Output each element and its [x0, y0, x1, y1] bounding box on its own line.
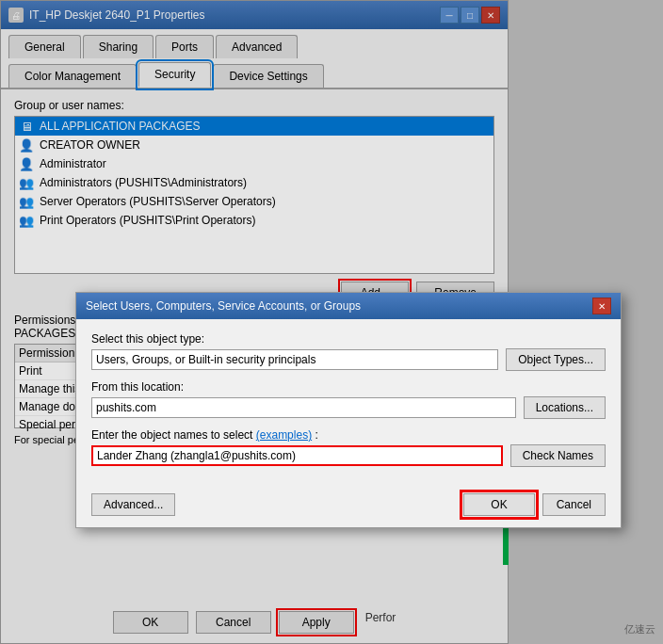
ok-button-dialog[interactable]: OK — [463, 493, 534, 516]
location-input[interactable] — [91, 397, 516, 418]
location-label: From this location: — [91, 380, 606, 394]
dialog-body: Select this object type: Object Types...… — [76, 319, 621, 486]
names-input[interactable] — [91, 445, 503, 466]
object-type-input[interactable] — [91, 349, 498, 370]
advanced-button-dialog[interactable]: Advanced... — [91, 493, 175, 516]
check-names-button[interactable]: Check Names — [510, 444, 606, 467]
dialog-bottom-buttons: Advanced... OK Cancel — [76, 486, 621, 527]
names-colon: : — [315, 428, 317, 442]
location-group: From this location: Locations... — [91, 380, 606, 419]
names-row: Check Names — [91, 444, 606, 467]
dialog-close-button[interactable]: ✕ — [592, 298, 611, 314]
locations-button[interactable]: Locations... — [524, 396, 606, 419]
object-types-button[interactable]: Object Types... — [506, 348, 606, 371]
dialog-title-bar: Select Users, Computers, Service Account… — [76, 293, 621, 319]
object-type-group: Select this object type: Object Types... — [91, 332, 606, 371]
names-label-text: Enter the object names to select — [91, 428, 252, 442]
names-label: Enter the object names to select (exampl… — [91, 428, 606, 442]
select-users-dialog: Select Users, Computers, Service Account… — [75, 292, 622, 528]
names-group: Enter the object names to select (exampl… — [91, 428, 606, 467]
object-type-row: Object Types... — [91, 348, 606, 371]
cancel-button-dialog[interactable]: Cancel — [542, 493, 606, 516]
location-row: Locations... — [91, 396, 606, 419]
object-type-label: Select this object type: — [91, 332, 606, 346]
dialog-title-text: Select Users, Computers, Service Account… — [86, 299, 361, 313]
examples-link[interactable]: (examples) — [256, 428, 312, 442]
dialog-bottom-right: OK Cancel — [463, 493, 606, 516]
